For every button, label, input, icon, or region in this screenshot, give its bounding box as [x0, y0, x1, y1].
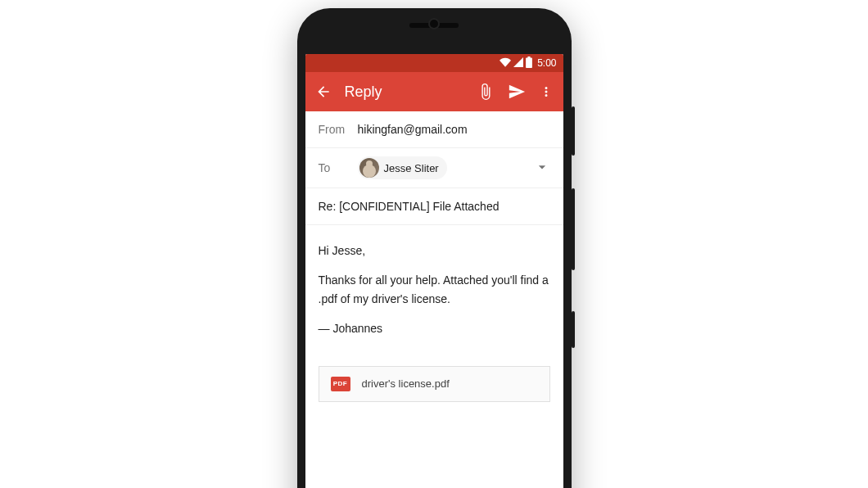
overflow-menu-button[interactable]	[539, 84, 554, 99]
status-time: 5:00	[537, 57, 556, 69]
pdf-icon: PDF	[331, 377, 350, 391]
to-row[interactable]: To Jesse Sliter	[305, 148, 563, 188]
attach-button[interactable]	[477, 83, 495, 101]
cell-signal-icon	[513, 57, 523, 70]
phone-frame: 5:00 Reply From hikingfan@gmail.com	[297, 8, 572, 488]
recipient-name: Jesse Sliter	[384, 162, 439, 174]
from-value: hikingfan@gmail.com	[358, 123, 468, 136]
app-bar: Reply	[305, 72, 563, 111]
from-label: From	[319, 123, 358, 136]
phone-screen: 5:00 Reply From hikingfan@gmail.com	[305, 54, 563, 488]
subject-field[interactable]: Re: [CONFIDENTIAL] File Attached	[305, 188, 563, 225]
recipient-avatar	[359, 158, 379, 178]
subject-text: Re: [CONFIDENTIAL] File Attached	[319, 200, 500, 213]
chevron-down-icon[interactable]	[534, 159, 550, 178]
email-body[interactable]: Hi Jesse, Thanks for all your help. Atta…	[305, 225, 563, 363]
from-row[interactable]: From hikingfan@gmail.com	[305, 111, 563, 148]
compose-content: From hikingfan@gmail.com To Jesse Sliter…	[305, 111, 563, 488]
recipient-chip[interactable]: Jesse Sliter	[358, 156, 447, 179]
to-label: To	[319, 161, 358, 174]
battery-icon	[525, 56, 532, 70]
body-signature: — Johannes	[319, 319, 550, 337]
attachment-chip[interactable]: PDF driver's license.pdf	[319, 366, 550, 402]
wifi-icon	[499, 57, 511, 70]
body-greeting: Hi Jesse,	[319, 242, 550, 260]
attachment-filename: driver's license.pdf	[362, 377, 450, 390]
back-button[interactable]	[315, 84, 332, 100]
send-button[interactable]	[508, 83, 526, 101]
app-bar-title: Reply	[345, 84, 463, 101]
status-bar: 5:00	[305, 54, 563, 72]
body-main: Thanks for all your help. Attached you'l…	[319, 271, 550, 308]
